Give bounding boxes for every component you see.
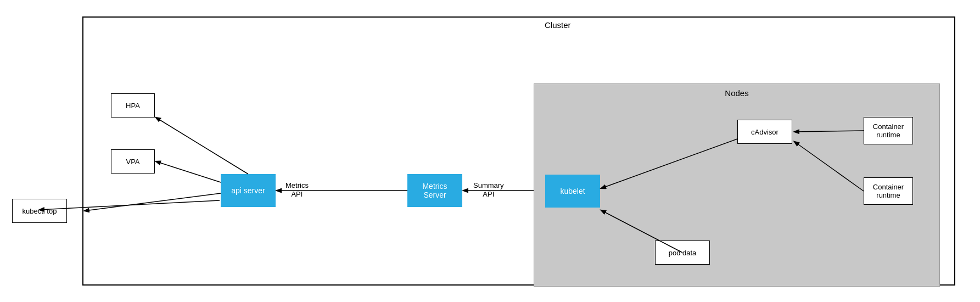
metrics-api-label: Metrics API [285, 181, 309, 198]
svg-line-8 [85, 193, 221, 211]
svg-line-7 [156, 161, 221, 182]
svg-line-6 [156, 118, 248, 174]
api-server-box: api server [221, 174, 276, 207]
cadvisor-box: cAdvisor [737, 120, 792, 144]
svg-line-1 [794, 142, 864, 191]
nodes-box: Nodes kubelet cAdvisor pod data Containe… [534, 83, 940, 287]
kubectl-top-box: kubectl top [12, 199, 67, 223]
container-runtime-2-box: Container runtime [864, 177, 913, 205]
nodes-label: Nodes [725, 88, 748, 98]
metrics-server-box: Metrics Server [407, 174, 462, 207]
container-runtime-1-box: Container runtime [864, 117, 913, 144]
vpa-box: VPA [111, 149, 155, 174]
summary-api-label: Summary API [473, 181, 504, 198]
cluster-box: Cluster Nodes kubelet cAdvisor pod data … [82, 16, 955, 286]
hpa-box: HPA [111, 93, 155, 118]
kubelet-box: kubelet [545, 175, 600, 208]
pod-data-box: pod data [655, 241, 710, 265]
diagram-container: Cluster Nodes kubelet cAdvisor pod data … [5, 5, 972, 294]
cluster-label: Cluster [545, 20, 571, 30]
svg-line-0 [794, 131, 864, 132]
svg-line-3 [601, 139, 737, 188]
